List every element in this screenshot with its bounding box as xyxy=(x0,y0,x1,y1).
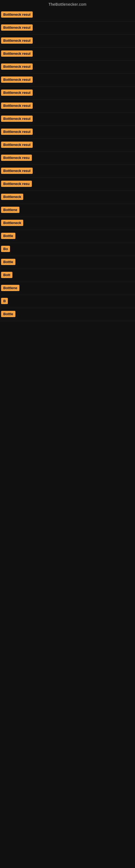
bottleneck-result-badge[interactable]: Bottle xyxy=(1,233,15,239)
list-item: Bo xyxy=(0,243,135,256)
list-item: Bottleneck resul xyxy=(0,100,135,113)
list-item: Bottleneck resul xyxy=(0,48,135,61)
bottleneck-result-badge[interactable]: Bottlene xyxy=(1,285,19,291)
bottleneck-result-badge[interactable]: Bottle xyxy=(1,311,15,317)
list-item: Bottleneck resul xyxy=(0,9,135,22)
list-item: Bottleneck resul xyxy=(0,22,135,35)
list-item: Bottleneck resul xyxy=(0,87,135,100)
list-item: Bottleneck resul xyxy=(0,61,135,74)
bottleneck-result-badge[interactable]: Bottleneck resul xyxy=(1,11,33,18)
bottleneck-result-badge[interactable]: Bott xyxy=(1,272,12,278)
bottleneck-result-badge[interactable]: Bottleneck resul xyxy=(1,63,33,70)
list-item: Bottle xyxy=(0,256,135,269)
rows-container: Bottleneck resulBottleneck resulBottlene… xyxy=(0,9,135,321)
bottleneck-result-badge[interactable]: B xyxy=(1,298,8,304)
list-item: Bottle xyxy=(0,308,135,321)
bottleneck-result-badge[interactable]: Bottleneck resu xyxy=(1,181,32,187)
bottleneck-result-badge[interactable]: Bottle xyxy=(1,259,15,265)
site-title-bar: TheBottlenecker.com xyxy=(0,0,135,9)
list-item: Bottleneck xyxy=(0,191,135,204)
bottleneck-result-badge[interactable]: Bottleneck resul xyxy=(1,51,33,57)
list-item: Bottleneck resul xyxy=(0,126,135,139)
bottleneck-result-badge[interactable]: Bo xyxy=(1,246,10,252)
list-item: Bottleneck resul xyxy=(0,165,135,178)
list-item: Bottlene xyxy=(0,282,135,295)
bottleneck-result-badge[interactable]: Bottleneck resul xyxy=(1,116,33,122)
list-item: Bottleneck xyxy=(0,217,135,230)
list-item: Bottleneck resul xyxy=(0,113,135,126)
bottleneck-result-badge[interactable]: Bottleneck resul xyxy=(1,142,33,148)
list-item: B xyxy=(0,295,135,308)
bottleneck-result-badge[interactable]: Bottleneck resu xyxy=(1,155,32,161)
bottleneck-result-badge[interactable]: Bottleneck resul xyxy=(1,167,33,174)
bottleneck-result-badge[interactable]: Bottleneck resul xyxy=(1,102,33,109)
list-item: Bottleneck resu xyxy=(0,152,135,165)
list-item: Bottlene xyxy=(0,204,135,217)
bottleneck-result-badge[interactable]: Bottleneck resul xyxy=(1,129,33,135)
bottleneck-result-badge[interactable]: Bottleneck resul xyxy=(1,90,33,96)
list-item: Bottleneck resul xyxy=(0,74,135,87)
bottleneck-result-badge[interactable]: Bottleneck resul xyxy=(1,37,33,44)
bottleneck-result-badge[interactable]: Bottlene xyxy=(1,207,19,213)
list-item: Bottleneck resul xyxy=(0,35,135,48)
site-title: TheBottlenecker.com xyxy=(0,0,135,9)
bottleneck-result-badge[interactable]: Bottleneck resul xyxy=(1,76,33,83)
bottleneck-result-badge[interactable]: Bottleneck xyxy=(1,194,23,200)
list-item: Bott xyxy=(0,269,135,282)
list-item: Bottleneck resul xyxy=(0,139,135,152)
list-item: Bottleneck resu xyxy=(0,178,135,191)
bottleneck-result-badge[interactable]: Bottleneck xyxy=(1,220,23,226)
list-item: Bottle xyxy=(0,230,135,243)
bottleneck-result-badge[interactable]: Bottleneck resul xyxy=(1,24,33,31)
